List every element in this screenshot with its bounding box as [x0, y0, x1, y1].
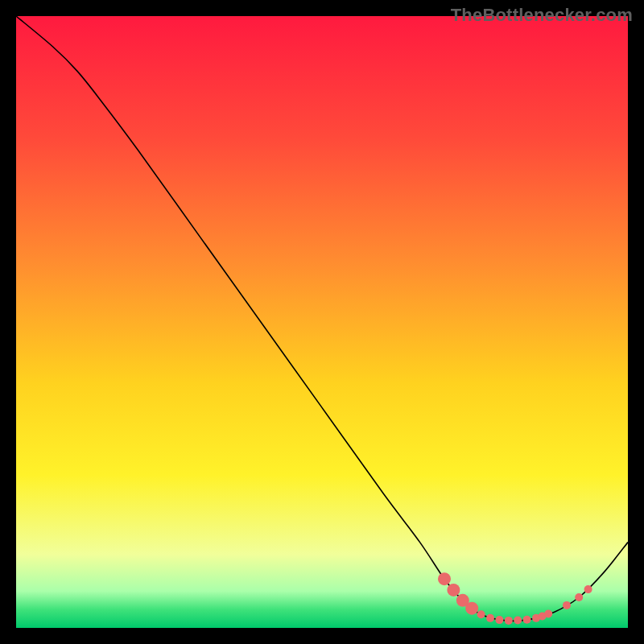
data-point	[514, 617, 522, 625]
chart-canvas	[16, 16, 628, 628]
chart-background	[16, 16, 628, 628]
data-point	[495, 616, 503, 624]
data-point	[486, 614, 494, 622]
data-point	[563, 601, 571, 609]
data-point	[438, 572, 451, 585]
data-point	[575, 593, 583, 601]
data-point	[477, 610, 485, 618]
data-point	[505, 617, 513, 625]
data-point	[465, 602, 478, 615]
data-point	[544, 610, 552, 618]
data-point	[584, 585, 592, 593]
data-point	[523, 616, 531, 624]
data-point	[447, 584, 460, 597]
watermark-text: TheBottlenecker.com	[451, 5, 633, 26]
